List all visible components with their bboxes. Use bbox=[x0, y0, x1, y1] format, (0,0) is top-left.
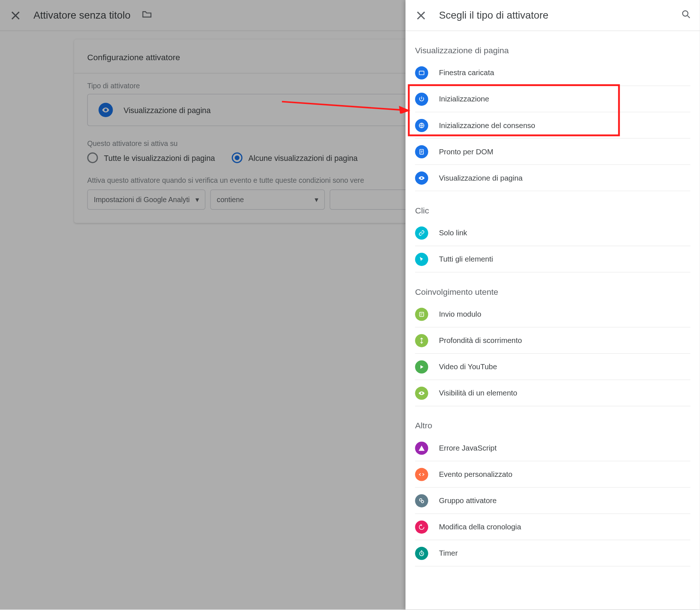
item-label: Tutti gli elementi bbox=[439, 255, 493, 263]
group-pageview: Visualizzazione di pagina bbox=[415, 45, 690, 55]
trigger-form-submission[interactable]: Invio modulo bbox=[415, 301, 690, 328]
group-click: Clic bbox=[415, 205, 690, 215]
document-icon bbox=[415, 145, 428, 158]
item-label: Timer bbox=[439, 549, 458, 557]
trigger-type-panel: Scegli il tipo di attivatore Visualizzaz… bbox=[405, 0, 700, 610]
item-label: Visibilità di un elemento bbox=[439, 389, 517, 397]
trigger-group[interactable]: Gruppo attivatore bbox=[415, 488, 690, 514]
group-other: Altro bbox=[415, 421, 690, 430]
form-icon bbox=[415, 308, 428, 321]
item-label: Profondità di scorrimento bbox=[439, 336, 522, 344]
visibility-icon bbox=[415, 386, 428, 399]
group-engagement: Coinvolgimento utente bbox=[415, 287, 690, 296]
trigger-consent-initialization[interactable]: Inizializzazione del consenso bbox=[415, 112, 690, 139]
timer-icon bbox=[415, 547, 428, 560]
item-label: Inizializzazione bbox=[439, 95, 489, 103]
item-label: Solo link bbox=[439, 229, 467, 237]
svg-point-6 bbox=[421, 500, 424, 503]
item-label: Inizializzazione del consenso bbox=[439, 121, 535, 130]
trigger-youtube-video[interactable]: Video di YouTube bbox=[415, 354, 690, 380]
trigger-dom-ready[interactable]: Pronto per DOM bbox=[415, 139, 690, 165]
warning-icon bbox=[415, 441, 428, 455]
svg-rect-1 bbox=[419, 71, 424, 74]
code-icon bbox=[415, 468, 428, 481]
eye-icon bbox=[415, 171, 428, 184]
window-icon bbox=[415, 66, 428, 79]
item-label: Finestra caricata bbox=[439, 69, 494, 77]
trigger-window-loaded[interactable]: Finestra caricata bbox=[415, 60, 690, 86]
link-icon bbox=[415, 226, 428, 239]
panel-title: Scegli il tipo di attivatore bbox=[439, 9, 670, 21]
play-icon bbox=[415, 360, 428, 373]
item-label: Evento personalizzato bbox=[439, 470, 512, 478]
globe-icon bbox=[415, 119, 428, 132]
item-label: Pronto per DOM bbox=[439, 147, 493, 156]
item-label: Invio modulo bbox=[439, 310, 481, 318]
svg-rect-4 bbox=[420, 312, 424, 316]
item-label: Visualizzazione di pagina bbox=[439, 174, 523, 182]
power-icon bbox=[415, 92, 428, 105]
trigger-timer[interactable]: Timer bbox=[415, 540, 690, 567]
panel-close-icon[interactable] bbox=[414, 8, 428, 22]
trigger-all-elements[interactable]: Tutti gli elementi bbox=[415, 246, 690, 273]
trigger-history-change[interactable]: Modifica della cronologia bbox=[415, 514, 690, 540]
trigger-initialization[interactable]: Inizializzazione bbox=[415, 86, 690, 112]
item-label: Video di YouTube bbox=[439, 362, 497, 371]
item-label: Errore JavaScript bbox=[439, 444, 497, 452]
trigger-custom-event[interactable]: Evento personalizzato bbox=[415, 462, 690, 488]
cursor-icon bbox=[415, 252, 428, 266]
trigger-link-only[interactable]: Solo link bbox=[415, 220, 690, 246]
trigger-js-error[interactable]: Errore JavaScript bbox=[415, 435, 690, 461]
group-icon bbox=[415, 494, 428, 507]
scroll-icon bbox=[415, 334, 428, 347]
search-icon[interactable] bbox=[681, 9, 691, 22]
history-icon bbox=[415, 520, 428, 533]
svg-point-0 bbox=[682, 11, 688, 16]
item-label: Modifica della cronologia bbox=[439, 522, 521, 531]
item-label: Gruppo attivatore bbox=[439, 496, 497, 505]
trigger-element-visibility[interactable]: Visibilità di un elemento bbox=[415, 380, 690, 406]
trigger-pageview[interactable]: Visualizzazione di pagina bbox=[415, 165, 690, 191]
trigger-scroll-depth[interactable]: Profondità di scorrimento bbox=[415, 328, 690, 354]
